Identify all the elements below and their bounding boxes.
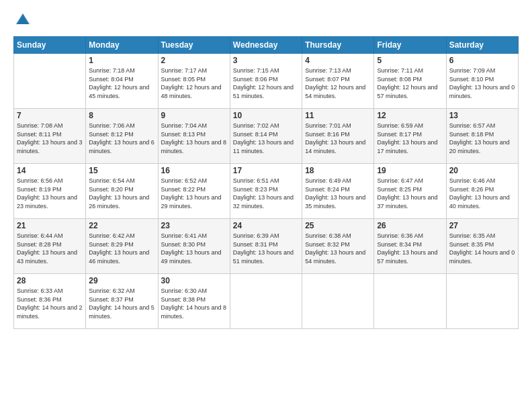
day-number: 4 <box>305 56 371 65</box>
day-number: 18 <box>305 166 371 175</box>
day-cell: 30Sunrise: 6:30 AMSunset: 8:38 PMDayligh… <box>158 274 230 329</box>
day-cell: 17Sunrise: 6:51 AMSunset: 8:23 PMDayligh… <box>230 164 302 219</box>
day-number: 26 <box>377 221 443 230</box>
day-number: 30 <box>161 276 227 285</box>
day-header-sunday: Sunday <box>14 37 86 54</box>
logo <box>13 11 35 30</box>
day-info: Sunrise: 6:39 AMSunset: 8:31 PMDaylight:… <box>233 232 299 265</box>
day-cell: 2Sunrise: 7:17 AMSunset: 8:05 PMDaylight… <box>158 54 230 109</box>
day-cell <box>374 274 446 329</box>
day-number: 17 <box>233 166 299 175</box>
day-number: 27 <box>449 221 515 230</box>
day-info: Sunrise: 6:52 AMSunset: 8:22 PMDaylight:… <box>161 177 227 210</box>
day-cell: 15Sunrise: 6:54 AMSunset: 8:20 PMDayligh… <box>86 164 158 219</box>
day-info: Sunrise: 6:33 AMSunset: 8:36 PMDaylight:… <box>17 287 83 320</box>
day-cell: 13Sunrise: 6:57 AMSunset: 8:18 PMDayligh… <box>446 109 518 164</box>
page: SundayMondayTuesdayWednesdayThursdayFrid… <box>0 0 532 411</box>
day-info: Sunrise: 6:44 AMSunset: 8:28 PMDaylight:… <box>17 232 83 265</box>
day-info: Sunrise: 6:35 AMSunset: 8:35 PMDaylight:… <box>449 232 515 265</box>
logo-icon <box>13 11 32 30</box>
day-number: 19 <box>377 166 443 175</box>
day-number: 13 <box>449 111 515 120</box>
day-info: Sunrise: 6:32 AMSunset: 8:37 PMDaylight:… <box>89 287 154 320</box>
day-cell: 14Sunrise: 6:56 AMSunset: 8:19 PMDayligh… <box>14 164 86 219</box>
day-number: 7 <box>17 111 83 120</box>
day-cell: 16Sunrise: 6:52 AMSunset: 8:22 PMDayligh… <box>158 164 230 219</box>
day-number: 15 <box>89 166 154 175</box>
calendar: SundayMondayTuesdayWednesdayThursdayFrid… <box>13 36 519 329</box>
day-cell: 26Sunrise: 6:36 AMSunset: 8:34 PMDayligh… <box>374 219 446 274</box>
day-header-wednesday: Wednesday <box>230 37 302 54</box>
day-cell: 25Sunrise: 6:38 AMSunset: 8:32 PMDayligh… <box>302 219 374 274</box>
day-info: Sunrise: 6:49 AMSunset: 8:24 PMDaylight:… <box>305 177 371 210</box>
day-number: 16 <box>161 166 227 175</box>
day-info: Sunrise: 6:42 AMSunset: 8:29 PMDaylight:… <box>89 232 154 265</box>
day-info: Sunrise: 6:57 AMSunset: 8:18 PMDaylight:… <box>449 122 515 155</box>
day-number: 12 <box>377 111 443 120</box>
day-cell <box>230 274 302 329</box>
day-info: Sunrise: 7:06 AMSunset: 8:12 PMDaylight:… <box>89 122 154 155</box>
day-cell: 28Sunrise: 6:33 AMSunset: 8:36 PMDayligh… <box>14 274 86 329</box>
day-info: Sunrise: 7:11 AMSunset: 8:08 PMDaylight:… <box>377 66 443 100</box>
calendar-header-row: SundayMondayTuesdayWednesdayThursdayFrid… <box>14 37 519 54</box>
day-cell: 5Sunrise: 7:11 AMSunset: 8:08 PMDaylight… <box>374 54 446 109</box>
day-number: 20 <box>449 166 515 175</box>
day-cell <box>14 54 86 109</box>
day-info: Sunrise: 7:04 AMSunset: 8:13 PMDaylight:… <box>161 122 227 155</box>
day-cell: 10Sunrise: 7:02 AMSunset: 8:14 PMDayligh… <box>230 109 302 164</box>
week-row-1: 1Sunrise: 7:18 AMSunset: 8:04 PMDaylight… <box>14 54 519 109</box>
day-cell: 9Sunrise: 7:04 AMSunset: 8:13 PMDaylight… <box>158 109 230 164</box>
day-number: 8 <box>89 111 154 120</box>
day-number: 23 <box>161 221 227 230</box>
day-cell <box>302 274 374 329</box>
week-row-5: 28Sunrise: 6:33 AMSunset: 8:36 PMDayligh… <box>14 274 519 329</box>
day-header-saturday: Saturday <box>446 37 518 54</box>
day-info: Sunrise: 6:47 AMSunset: 8:25 PMDaylight:… <box>377 177 443 210</box>
day-cell: 21Sunrise: 6:44 AMSunset: 8:28 PMDayligh… <box>14 219 86 274</box>
day-info: Sunrise: 7:13 AMSunset: 8:07 PMDaylight:… <box>305 66 371 100</box>
day-number: 3 <box>233 56 299 65</box>
header <box>13 11 519 30</box>
day-info: Sunrise: 7:17 AMSunset: 8:05 PMDaylight:… <box>161 66 227 100</box>
day-info: Sunrise: 7:09 AMSunset: 8:10 PMDaylight:… <box>449 66 515 100</box>
day-number: 25 <box>305 221 371 230</box>
day-cell: 6Sunrise: 7:09 AMSunset: 8:10 PMDaylight… <box>446 54 518 109</box>
week-row-4: 21Sunrise: 6:44 AMSunset: 8:28 PMDayligh… <box>14 219 519 274</box>
day-cell: 18Sunrise: 6:49 AMSunset: 8:24 PMDayligh… <box>302 164 374 219</box>
day-header-friday: Friday <box>374 37 446 54</box>
day-number: 2 <box>161 56 227 65</box>
day-info: Sunrise: 6:30 AMSunset: 8:38 PMDaylight:… <box>161 287 227 320</box>
week-row-3: 14Sunrise: 6:56 AMSunset: 8:19 PMDayligh… <box>14 164 519 219</box>
day-info: Sunrise: 7:08 AMSunset: 8:11 PMDaylight:… <box>17 122 83 155</box>
day-cell: 11Sunrise: 7:01 AMSunset: 8:16 PMDayligh… <box>302 109 374 164</box>
day-cell: 12Sunrise: 6:59 AMSunset: 8:17 PMDayligh… <box>374 109 446 164</box>
day-info: Sunrise: 6:54 AMSunset: 8:20 PMDaylight:… <box>89 177 154 210</box>
day-number: 29 <box>89 276 154 285</box>
day-number: 21 <box>17 221 83 230</box>
day-header-tuesday: Tuesday <box>158 37 230 54</box>
day-cell: 29Sunrise: 6:32 AMSunset: 8:37 PMDayligh… <box>86 274 158 329</box>
day-header-monday: Monday <box>86 37 158 54</box>
day-number: 22 <box>89 221 154 230</box>
day-info: Sunrise: 7:18 AMSunset: 8:04 PMDaylight:… <box>89 66 154 100</box>
day-number: 14 <box>17 166 83 175</box>
day-cell: 23Sunrise: 6:41 AMSunset: 8:30 PMDayligh… <box>158 219 230 274</box>
day-cell: 8Sunrise: 7:06 AMSunset: 8:12 PMDaylight… <box>86 109 158 164</box>
day-cell: 19Sunrise: 6:47 AMSunset: 8:25 PMDayligh… <box>374 164 446 219</box>
day-info: Sunrise: 7:15 AMSunset: 8:06 PMDaylight:… <box>233 66 299 100</box>
day-number: 1 <box>89 56 154 65</box>
day-cell <box>446 274 518 329</box>
day-cell: 3Sunrise: 7:15 AMSunset: 8:06 PMDaylight… <box>230 54 302 109</box>
day-number: 5 <box>377 56 443 65</box>
day-info: Sunrise: 6:51 AMSunset: 8:23 PMDaylight:… <box>233 177 299 210</box>
day-number: 24 <box>233 221 299 230</box>
day-cell: 4Sunrise: 7:13 AMSunset: 8:07 PMDaylight… <box>302 54 374 109</box>
day-cell: 22Sunrise: 6:42 AMSunset: 8:29 PMDayligh… <box>86 219 158 274</box>
day-number: 6 <box>449 56 515 65</box>
day-info: Sunrise: 6:41 AMSunset: 8:30 PMDaylight:… <box>161 232 227 265</box>
day-cell: 1Sunrise: 7:18 AMSunset: 8:04 PMDaylight… <box>86 54 158 109</box>
day-cell: 20Sunrise: 6:46 AMSunset: 8:26 PMDayligh… <box>446 164 518 219</box>
day-cell: 27Sunrise: 6:35 AMSunset: 8:35 PMDayligh… <box>446 219 518 274</box>
day-info: Sunrise: 6:56 AMSunset: 8:19 PMDaylight:… <box>17 177 83 210</box>
day-info: Sunrise: 6:59 AMSunset: 8:17 PMDaylight:… <box>377 122 443 155</box>
